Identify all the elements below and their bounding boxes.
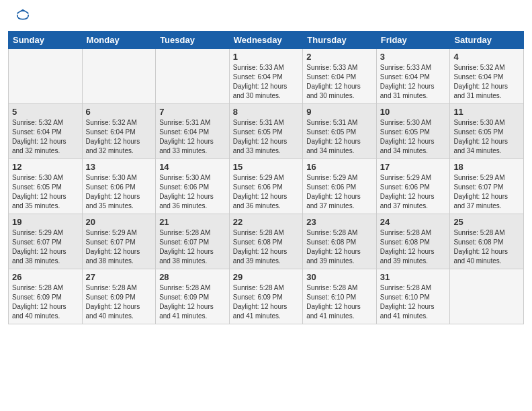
- calendar-cell: 22Sunrise: 5:28 AM Sunset: 6:08 PM Dayli…: [229, 214, 303, 269]
- day-info: Sunrise: 5:28 AM Sunset: 6:08 PM Dayligh…: [233, 228, 300, 266]
- day-info: Sunrise: 5:32 AM Sunset: 6:04 PM Dayligh…: [12, 118, 79, 156]
- header-row: SundayMondayTuesdayWednesdayThursdayFrid…: [9, 32, 524, 49]
- calendar-cell: 20Sunrise: 5:29 AM Sunset: 6:07 PM Dayli…: [82, 214, 156, 269]
- day-info: Sunrise: 5:32 AM Sunset: 6:04 PM Dayligh…: [453, 63, 520, 101]
- day-header: Friday: [376, 32, 450, 49]
- day-info: Sunrise: 5:33 AM Sunset: 6:04 PM Dayligh…: [306, 63, 373, 101]
- calendar-cell: 9Sunrise: 5:31 AM Sunset: 6:05 PM Daylig…: [303, 104, 377, 159]
- day-info: Sunrise: 5:30 AM Sunset: 6:05 PM Dayligh…: [453, 118, 520, 156]
- day-number: 12: [12, 162, 79, 172]
- day-header: Wednesday: [229, 32, 303, 49]
- calendar-week-row: 5Sunrise: 5:32 AM Sunset: 6:04 PM Daylig…: [9, 104, 524, 159]
- calendar-week-row: 26Sunrise: 5:28 AM Sunset: 6:09 PM Dayli…: [9, 269, 524, 324]
- calendar-cell: 24Sunrise: 5:28 AM Sunset: 6:08 PM Dayli…: [376, 214, 450, 269]
- calendar-cell: [156, 49, 230, 104]
- day-number: 17: [380, 162, 447, 172]
- day-number: 4: [453, 52, 520, 62]
- day-number: 27: [86, 272, 152, 282]
- day-number: 21: [159, 217, 226, 227]
- calendar-cell: 26Sunrise: 5:28 AM Sunset: 6:09 PM Dayli…: [9, 269, 83, 324]
- day-info: Sunrise: 5:30 AM Sunset: 6:05 PM Dayligh…: [380, 118, 447, 156]
- day-number: 6: [86, 107, 152, 117]
- day-number: 5: [12, 107, 79, 117]
- day-info: Sunrise: 5:28 AM Sunset: 6:10 PM Dayligh…: [306, 283, 373, 321]
- day-info: Sunrise: 5:28 AM Sunset: 6:08 PM Dayligh…: [306, 228, 373, 266]
- calendar-week-row: 19Sunrise: 5:29 AM Sunset: 6:07 PM Dayli…: [9, 214, 524, 269]
- day-number: 30: [306, 272, 373, 282]
- day-info: Sunrise: 5:28 AM Sunset: 6:09 PM Dayligh…: [12, 283, 79, 321]
- calendar-table: SundayMondayTuesdayWednesdayThursdayFrid…: [8, 31, 524, 324]
- day-number: 7: [159, 107, 226, 117]
- day-info: Sunrise: 5:28 AM Sunset: 6:08 PM Dayligh…: [453, 228, 520, 266]
- day-info: Sunrise: 5:31 AM Sunset: 6:05 PM Dayligh…: [306, 118, 373, 156]
- calendar-cell: 29Sunrise: 5:28 AM Sunset: 6:09 PM Dayli…: [229, 269, 303, 324]
- day-info: Sunrise: 5:30 AM Sunset: 6:05 PM Dayligh…: [12, 173, 79, 211]
- calendar-cell: 4Sunrise: 5:32 AM Sunset: 6:04 PM Daylig…: [450, 49, 524, 104]
- day-number: 8: [233, 107, 300, 117]
- calendar-cell: 6Sunrise: 5:32 AM Sunset: 6:04 PM Daylig…: [82, 104, 156, 159]
- day-info: Sunrise: 5:31 AM Sunset: 6:05 PM Dayligh…: [233, 118, 300, 156]
- calendar-cell: [450, 269, 524, 324]
- day-info: Sunrise: 5:31 AM Sunset: 6:04 PM Dayligh…: [159, 118, 226, 156]
- day-number: 11: [453, 107, 520, 117]
- calendar-cell: 7Sunrise: 5:31 AM Sunset: 6:04 PM Daylig…: [156, 104, 230, 159]
- day-info: Sunrise: 5:29 AM Sunset: 6:07 PM Dayligh…: [12, 228, 79, 266]
- day-info: Sunrise: 5:28 AM Sunset: 6:09 PM Dayligh…: [233, 283, 300, 321]
- day-number: 22: [233, 217, 300, 227]
- day-number: 29: [233, 272, 300, 282]
- calendar-cell: 8Sunrise: 5:31 AM Sunset: 6:05 PM Daylig…: [229, 104, 303, 159]
- day-info: Sunrise: 5:33 AM Sunset: 6:04 PM Dayligh…: [380, 63, 447, 101]
- day-number: 19: [12, 217, 79, 227]
- calendar-cell: 11Sunrise: 5:30 AM Sunset: 6:05 PM Dayli…: [450, 104, 524, 159]
- day-number: 3: [380, 52, 447, 62]
- logo-icon: [16, 8, 30, 21]
- day-header: Monday: [82, 32, 156, 49]
- subtitle: [0, 24, 532, 31]
- day-number: 2: [306, 52, 373, 62]
- calendar-cell: 10Sunrise: 5:30 AM Sunset: 6:05 PM Dayli…: [376, 104, 450, 159]
- calendar: SundayMondayTuesdayWednesdayThursdayFrid…: [0, 31, 532, 331]
- day-info: Sunrise: 5:33 AM Sunset: 6:04 PM Dayligh…: [233, 63, 300, 101]
- day-info: Sunrise: 5:28 AM Sunset: 6:07 PM Dayligh…: [159, 228, 226, 266]
- day-number: 28: [159, 272, 226, 282]
- day-number: 10: [380, 107, 447, 117]
- calendar-week-row: 12Sunrise: 5:30 AM Sunset: 6:05 PM Dayli…: [9, 159, 524, 214]
- day-info: Sunrise: 5:28 AM Sunset: 6:09 PM Dayligh…: [86, 283, 152, 321]
- day-info: Sunrise: 5:28 AM Sunset: 6:09 PM Dayligh…: [159, 283, 226, 321]
- header: [0, 0, 532, 24]
- day-number: 9: [306, 107, 373, 117]
- calendar-cell: 19Sunrise: 5:29 AM Sunset: 6:07 PM Dayli…: [9, 214, 83, 269]
- day-header: Sunday: [9, 32, 83, 49]
- day-info: Sunrise: 5:29 AM Sunset: 6:06 PM Dayligh…: [233, 173, 300, 211]
- day-number: 26: [12, 272, 79, 282]
- calendar-cell: 31Sunrise: 5:28 AM Sunset: 6:10 PM Dayli…: [376, 269, 450, 324]
- calendar-cell: 25Sunrise: 5:28 AM Sunset: 6:08 PM Dayli…: [450, 214, 524, 269]
- calendar-week-row: 1Sunrise: 5:33 AM Sunset: 6:04 PM Daylig…: [9, 49, 524, 104]
- calendar-cell: 21Sunrise: 5:28 AM Sunset: 6:07 PM Dayli…: [156, 214, 230, 269]
- day-header: Saturday: [450, 32, 524, 49]
- calendar-cell: 1Sunrise: 5:33 AM Sunset: 6:04 PM Daylig…: [229, 49, 303, 104]
- calendar-cell: 13Sunrise: 5:30 AM Sunset: 6:06 PM Dayli…: [82, 159, 156, 214]
- calendar-cell: 12Sunrise: 5:30 AM Sunset: 6:05 PM Dayli…: [9, 159, 83, 214]
- day-number: 1: [233, 52, 300, 62]
- day-info: Sunrise: 5:29 AM Sunset: 6:07 PM Dayligh…: [86, 228, 152, 266]
- day-info: Sunrise: 5:30 AM Sunset: 6:06 PM Dayligh…: [159, 173, 226, 211]
- calendar-cell: 17Sunrise: 5:29 AM Sunset: 6:06 PM Dayli…: [376, 159, 450, 214]
- day-number: 31: [380, 272, 447, 282]
- day-info: Sunrise: 5:32 AM Sunset: 6:04 PM Dayligh…: [86, 118, 152, 156]
- day-header: Tuesday: [156, 32, 230, 49]
- calendar-cell: 14Sunrise: 5:30 AM Sunset: 6:06 PM Dayli…: [156, 159, 230, 214]
- day-number: 15: [233, 162, 300, 172]
- day-info: Sunrise: 5:29 AM Sunset: 6:06 PM Dayligh…: [306, 173, 373, 211]
- calendar-cell: 30Sunrise: 5:28 AM Sunset: 6:10 PM Dayli…: [303, 269, 377, 324]
- calendar-cell: 28Sunrise: 5:28 AM Sunset: 6:09 PM Dayli…: [156, 269, 230, 324]
- day-number: 24: [380, 217, 447, 227]
- calendar-cell: 23Sunrise: 5:28 AM Sunset: 6:08 PM Dayli…: [303, 214, 377, 269]
- day-number: 25: [453, 217, 520, 227]
- calendar-cell: 2Sunrise: 5:33 AM Sunset: 6:04 PM Daylig…: [303, 49, 377, 104]
- day-info: Sunrise: 5:28 AM Sunset: 6:08 PM Dayligh…: [380, 228, 447, 266]
- calendar-cell: 18Sunrise: 5:29 AM Sunset: 6:07 PM Dayli…: [450, 159, 524, 214]
- day-info: Sunrise: 5:28 AM Sunset: 6:10 PM Dayligh…: [380, 283, 447, 321]
- day-number: 18: [453, 162, 520, 172]
- day-number: 20: [86, 217, 152, 227]
